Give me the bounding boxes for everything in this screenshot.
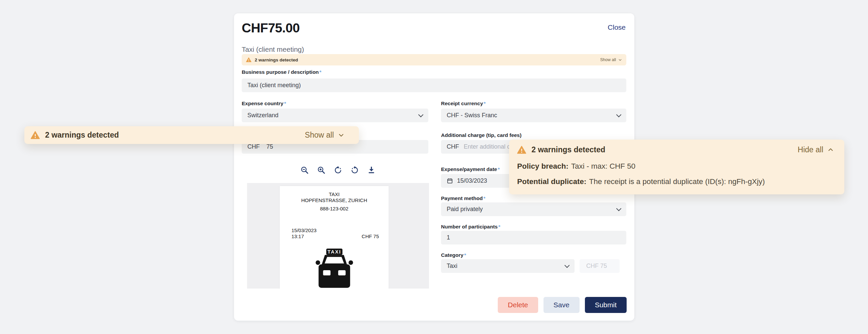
svg-text:TAXI: TAXI: [328, 249, 341, 254]
close-button[interactable]: Close: [608, 23, 626, 31]
chevron-down-icon: [616, 206, 622, 211]
modal-footer-actions: Delete Save Submit: [498, 297, 627, 313]
save-button[interactable]: Save: [544, 297, 580, 313]
expense-date-label: Expense/payment date*: [441, 166, 500, 172]
receipt-currency-select[interactable]: CHF - Swiss Franc: [441, 109, 626, 122]
additional-charge-label: Additional charge (tip, card fees): [441, 132, 522, 138]
receipt-time: 13:17: [291, 234, 304, 240]
submit-button[interactable]: Submit: [585, 297, 627, 313]
category-label: Category*: [441, 252, 466, 258]
receipt-currency-label: Receipt currency*: [441, 100, 486, 107]
warning-item-potential-duplicate: Potential duplicate:The receipt is a pot…: [517, 177, 834, 186]
receipt-address: HOPFENSTRASSE, ZURICH: [280, 198, 389, 204]
hide-all-button[interactable]: Hide all: [798, 145, 834, 154]
warning-item-policy-breach: Policy breach:Taxi - max: CHF 50: [517, 162, 834, 171]
expense-country-select[interactable]: Switzerland: [242, 109, 428, 122]
participants-input[interactable]: 1: [441, 231, 626, 244]
expense-amount-title: CHF75.00: [242, 21, 300, 35]
payment-method-select[interactable]: Paid privately: [441, 203, 626, 216]
business-purpose-input[interactable]: Taxi (client meeting): [242, 79, 626, 92]
chevron-down-icon: [564, 263, 570, 268]
rotate-right-icon[interactable]: [350, 166, 359, 175]
desktop: { "required_mark": "*", "modal": { "titl…: [0, 0, 868, 334]
chevron-down-icon: [618, 58, 622, 62]
payment-method-label: Payment method*: [441, 195, 486, 202]
download-icon[interactable]: [367, 166, 376, 175]
receipt-merchant: TAXI: [280, 186, 389, 198]
expense-country-label: Expense country*: [242, 100, 286, 107]
warnings-toast-expanded: 2 warnings detected Hide all Policy brea…: [509, 140, 844, 194]
category-policy-limit: CHF 75: [580, 259, 620, 273]
warning-icon: [31, 130, 40, 140]
business-purpose-label: Business purpose / description*: [242, 69, 321, 75]
receipt-phone: 888-123-002: [280, 206, 389, 212]
rotate-left-icon[interactable]: [334, 166, 343, 175]
receipt-viewer-toolbar: [247, 163, 429, 177]
warnings-toast-title: 2 warnings detected: [531, 145, 605, 154]
receipt-viewer[interactable]: TAXI HOPFENSTRASSE, ZURICH 888-123-002 1…: [247, 183, 429, 289]
taxi-icon: TAXI: [312, 248, 357, 288]
expense-subtitle: Taxi (client meeting): [242, 45, 304, 54]
warning-icon: [517, 145, 526, 154]
warning-icon: [246, 57, 251, 62]
zoom-out-icon[interactable]: [300, 166, 309, 175]
warnings-banner-show-all[interactable]: Show all: [600, 57, 622, 62]
chevron-down-icon: [418, 112, 424, 118]
warnings-banner-title: 2 warnings detected: [255, 57, 298, 62]
chevron-up-icon: [828, 147, 834, 153]
category-select[interactable]: Taxi: [441, 259, 575, 273]
zoom-in-icon[interactable]: [317, 166, 326, 175]
chevron-down-icon: [338, 132, 344, 138]
delete-button[interactable]: Delete: [498, 297, 538, 313]
warnings-banner: 2 warnings detected Show all: [242, 54, 626, 65]
warnings-toast-collapsed: 2 warnings detected Show all: [24, 126, 359, 144]
show-all-button[interactable]: Show all: [305, 130, 344, 140]
warnings-toast-title: 2 warnings detected: [45, 130, 119, 140]
receipt-date: 15/03/2023: [291, 227, 379, 234]
chevron-down-icon: [616, 112, 622, 118]
receipt-amount: CHF 75: [362, 234, 379, 240]
participants-label: Number of participants*: [441, 224, 500, 230]
calendar-icon: [447, 178, 453, 184]
receipt-image: TAXI HOPFENSTRASSE, ZURICH 888-123-002 1…: [280, 186, 389, 289]
